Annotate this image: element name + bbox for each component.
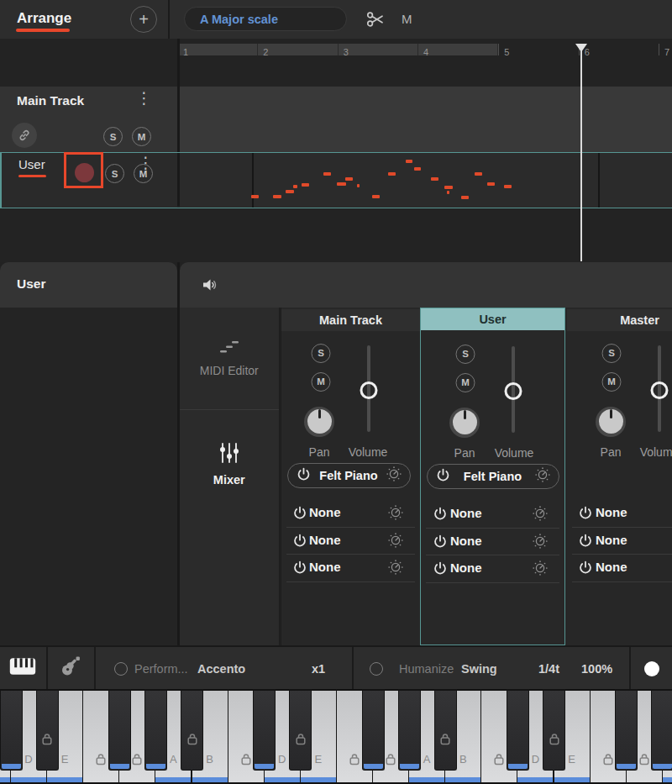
tab-mixer[interactable]: Mixer [180, 409, 280, 508]
guitar-mode-button[interactable] [60, 655, 81, 681]
midi-note[interactable] [487, 182, 495, 186]
midi-note[interactable] [388, 172, 396, 176]
effect-slot[interactable]: None [426, 555, 559, 583]
tab-midi-editor[interactable]: MIDI Editor [180, 308, 280, 409]
add-track-button[interactable]: + [130, 6, 157, 33]
midi-note[interactable] [414, 167, 421, 171]
power-icon[interactable] [293, 506, 307, 524]
instrument-selector[interactable]: Felt Piano [427, 464, 559, 489]
piano-key-black[interactable] [434, 691, 457, 771]
power-icon[interactable] [297, 467, 311, 485]
humanize-toggle[interactable] [370, 662, 383, 676]
pan-knob[interactable] [449, 408, 480, 438]
volume-slider-thumb[interactable] [651, 381, 669, 399]
piano-key-black[interactable] [507, 691, 529, 771]
piano-key-black[interactable] [36, 691, 59, 771]
power-icon[interactable] [433, 507, 448, 524]
power-icon[interactable] [579, 534, 593, 551]
track-menu-icon[interactable]: ⋮ [136, 90, 152, 106]
effect-slot[interactable]: None [286, 527, 415, 555]
ruler-bar[interactable]: 7 [659, 44, 672, 55]
power-icon[interactable] [433, 561, 448, 579]
solo-button[interactable]: S [456, 345, 475, 364]
piano-key-black[interactable] [0, 691, 23, 771]
mute-button[interactable]: M [456, 373, 475, 392]
ruler-bar[interactable]: 4 [418, 44, 498, 55]
midi-note[interactable] [302, 183, 309, 187]
mute-button[interactable]: M [312, 372, 331, 392]
main-track-header[interactable]: Main Track ⋮ S M [0, 87, 177, 152]
effect-slot[interactable]: None [426, 528, 559, 556]
midi-note[interactable] [293, 185, 297, 188]
perform-value[interactable]: Accento [197, 662, 245, 676]
volume-slider-thumb[interactable] [360, 381, 377, 399]
dial-icon[interactable] [388, 533, 403, 551]
piano-key-black[interactable] [651, 691, 672, 771]
piano-key-black[interactable] [108, 691, 131, 771]
power-icon[interactable] [579, 560, 593, 578]
key-scale-button[interactable]: A Major scale [184, 7, 347, 31]
piano-key-black[interactable] [543, 691, 565, 771]
power-icon[interactable] [433, 534, 448, 552]
ruler-bar[interactable]: 1 [178, 44, 258, 55]
perform-toggle[interactable] [114, 662, 128, 676]
swing-amount[interactable]: 100% [581, 662, 612, 676]
main-track-lane[interactable] [180, 87, 672, 152]
humanize-value[interactable]: Swing [461, 662, 497, 676]
midi-note[interactable] [444, 186, 453, 189]
pan-knob[interactable] [304, 407, 334, 437]
midi-note[interactable] [406, 160, 412, 163]
piano-key-black[interactable] [181, 691, 203, 771]
ruler-bar[interactable]: 5 [498, 44, 578, 55]
playhead-handle[interactable] [575, 44, 587, 52]
dial-icon[interactable] [386, 466, 402, 485]
ruler-bar[interactable]: 3 [339, 44, 418, 55]
effect-slot[interactable]: None [572, 554, 672, 582]
midi-region[interactable] [180, 153, 672, 208]
speaker-icon[interactable] [202, 276, 218, 293]
mute-button[interactable]: M [134, 164, 153, 183]
playhead[interactable] [580, 44, 582, 261]
metronome-button[interactable]: M [402, 12, 412, 26]
midi-note[interactable] [286, 190, 294, 193]
dial-icon[interactable] [533, 560, 548, 579]
midi-note[interactable] [273, 195, 281, 198]
dial-icon[interactable] [388, 560, 403, 578]
pan-knob[interactable] [596, 407, 626, 437]
power-icon[interactable] [293, 534, 307, 551]
piano-key-black[interactable] [253, 691, 276, 771]
keyboard-mode-button[interactable] [9, 658, 36, 679]
dial-icon[interactable] [533, 506, 548, 524]
midi-note[interactable] [372, 195, 380, 198]
ruler-bar[interactable]: 2 [258, 44, 338, 55]
mute-button[interactable]: M [602, 372, 622, 392]
dial-icon[interactable] [388, 505, 403, 524]
effect-slot[interactable]: None [572, 527, 672, 555]
solo-button[interactable]: S [103, 127, 123, 146]
effect-slot[interactable]: None [286, 499, 415, 528]
effect-slot[interactable]: None [286, 554, 415, 582]
solo-button[interactable]: S [105, 164, 124, 183]
strip-header[interactable]: User [421, 308, 564, 330]
piano-key-black[interactable] [362, 691, 385, 771]
piano-key-black[interactable] [615, 691, 638, 771]
midi-note[interactable] [431, 177, 438, 181]
piano-key-black[interactable] [289, 691, 312, 771]
ruler-bar[interactable]: 6 [579, 44, 659, 55]
power-icon[interactable] [436, 468, 450, 486]
midi-note[interactable] [337, 182, 346, 186]
effect-slot[interactable]: None [572, 499, 672, 528]
mute-button[interactable]: M [132, 127, 151, 146]
perform-multiplier[interactable]: x1 [312, 662, 325, 676]
editor-panel-header[interactable]: User [0, 262, 177, 308]
midi-note[interactable] [345, 177, 353, 181]
midi-note[interactable] [323, 172, 331, 176]
strip-header[interactable]: Main Track [281, 309, 420, 331]
user-track-header[interactable]: User ⋮ S M [0, 153, 177, 208]
instrument-selector[interactable]: Felt Piano [287, 463, 411, 488]
piano-key-black[interactable] [398, 691, 421, 771]
midi-note[interactable] [504, 185, 512, 188]
record-button[interactable] [644, 661, 659, 676]
effect-slot[interactable]: None [426, 500, 559, 529]
dial-icon[interactable] [533, 534, 548, 552]
